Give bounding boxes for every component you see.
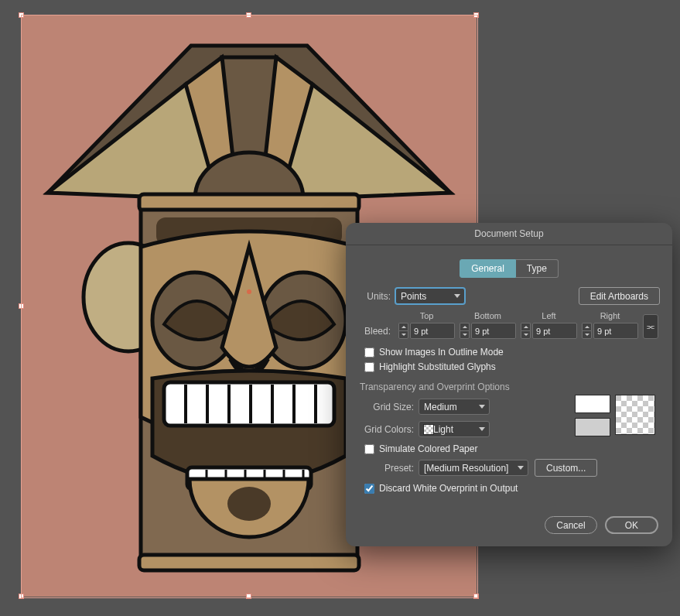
swatch-white[interactable] xyxy=(575,395,610,413)
bleed-bottom-input[interactable] xyxy=(471,323,516,339)
transparency-swatches xyxy=(575,395,655,436)
discard-white-checkbox[interactable]: Discard White Overprint in Output xyxy=(364,483,660,494)
bleed-left-label: Left xyxy=(542,311,555,320)
dialog-title[interactable]: Document Setup xyxy=(346,223,672,245)
bleed-left-stepper[interactable] xyxy=(521,323,577,339)
highlight-glyphs-checkbox[interactable]: Highlight Substituted Glyphs xyxy=(364,361,660,372)
bleed-bottom-stepper[interactable] xyxy=(460,323,516,339)
svg-point-13 xyxy=(247,289,251,294)
ok-button[interactable]: OK xyxy=(605,516,658,534)
selection-handle[interactable] xyxy=(19,594,24,599)
selection-handle[interactable] xyxy=(19,12,24,18)
bleed-right-stepper[interactable] xyxy=(582,323,638,339)
units-select[interactable]: Points xyxy=(395,288,465,304)
checker-icon xyxy=(423,424,434,435)
bleed-bottom-label: Bottom xyxy=(474,311,501,320)
custom-button[interactable]: Custom... xyxy=(535,459,597,477)
swatch-gray[interactable] xyxy=(575,418,610,436)
bleed-label: Bleed: xyxy=(358,326,391,339)
units-label: Units: xyxy=(358,291,391,302)
link-bleed-icon[interactable]: ⫘ xyxy=(643,314,658,339)
svg-point-29 xyxy=(227,487,271,521)
preset-label: Preset: xyxy=(358,463,414,474)
selection-handle[interactable] xyxy=(19,303,24,309)
bleed-right-label: Right xyxy=(600,311,620,320)
preset-select[interactable]: [Medium Resolution] xyxy=(419,460,528,476)
bleed-right-input[interactable] xyxy=(593,323,638,339)
grid-size-label: Grid Size: xyxy=(358,402,414,412)
show-images-checkbox[interactable]: Show Images In Outline Mode xyxy=(364,347,660,358)
selection-handle[interactable] xyxy=(246,12,251,18)
cancel-button[interactable]: Cancel xyxy=(545,516,596,534)
transparency-preview xyxy=(615,395,655,435)
tab-bar: General Type xyxy=(346,259,672,278)
transparency-section-title: Transparency and Overprint Options xyxy=(360,382,660,392)
bleed-left-input[interactable] xyxy=(532,323,577,339)
bleed-top-label: Top xyxy=(420,311,434,320)
tab-type[interactable]: Type xyxy=(516,259,559,278)
dialog-footer: Cancel OK xyxy=(545,516,658,534)
selection-handle[interactable] xyxy=(246,594,251,599)
grid-size-select[interactable]: Medium xyxy=(419,399,490,415)
svg-rect-30 xyxy=(139,555,359,570)
tab-general[interactable]: General xyxy=(460,259,516,278)
bleed-top-stepper[interactable] xyxy=(398,323,455,339)
grid-colors-label: Grid Colors: xyxy=(358,424,414,435)
selection-handle[interactable] xyxy=(473,12,479,18)
canvas-stage: Document Setup General Type Units: Point… xyxy=(0,0,680,616)
bleed-top-input[interactable] xyxy=(410,323,455,339)
simulate-paper-checkbox[interactable]: Simulate Colored Paper xyxy=(364,443,660,454)
edit-artboards-button[interactable]: Edit Artboards xyxy=(579,287,660,305)
selection-handle[interactable] xyxy=(473,594,479,599)
document-setup-dialog: Document Setup General Type Units: Point… xyxy=(346,223,672,546)
